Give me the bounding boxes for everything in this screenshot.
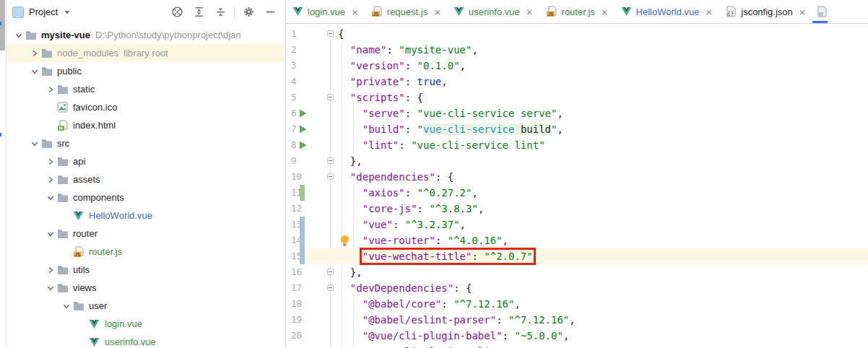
code-text[interactable]: }, [286,153,868,169]
run-script-button[interactable] [298,108,308,118]
chevron-collapsed-icon[interactable] [28,48,40,59]
fold-marker-start[interactable] [327,284,334,291]
tree-row-helloworld-vue[interactable]: HelloWorld.vue [6,206,285,225]
tree-row-api[interactable]: api [6,152,285,170]
tab-jsconfig-json[interactable]: {}jsconfig.json× [719,0,812,23]
tab-close-icon[interactable]: × [602,6,608,17]
chevron-expanded-icon[interactable] [60,300,72,312]
tab-close-icon[interactable]: × [352,6,358,17]
code-line-3[interactable]: 3 "version": "0.1.0", [286,58,868,74]
code-text[interactable]: "devDependencies": { [286,280,868,296]
tab-login-vue[interactable]: login.vue× [286,0,365,23]
tab-close-icon[interactable]: × [706,6,712,17]
tree-row-favicon-ico[interactable]: favicon.ico [6,98,285,116]
run-script-button[interactable] [298,124,308,134]
tree-row-components[interactable]: components [6,188,285,206]
code-line-11[interactable]: 11 "axios": "^0.27.2", [286,185,868,201]
vcs-change-bar[interactable] [300,217,305,232]
code-line-13[interactable]: 13 "vue": "^3.2.37", [286,217,868,232]
chevron-expanded-icon[interactable] [28,66,40,77]
code-line-2[interactable]: 2 "name": "mysite-vue", [286,42,868,58]
code-line-18[interactable]: 18 "@babel/core": "^7.12.16", [286,296,868,312]
tab-partial[interactable] [812,0,828,23]
code-text[interactable]: "@vue/cli-plugin-babel": "~5.0.0", [286,328,868,344]
code-line-19[interactable]: 19 "@babel/eslint-parser": "^7.12.16", [286,312,868,328]
edge-scrollbar-thumb[interactable] [0,0,5,51]
expand-all-icon[interactable] [188,3,209,22]
tree-row-public[interactable]: public [6,62,285,80]
fold-marker-start[interactable] [327,94,334,100]
code-text[interactable]: "build": "vue-cli-service build", [286,121,868,137]
code-text[interactable]: "version": "0.1.0", [286,58,868,74]
code-text[interactable]: { [286,26,868,42]
project-tree[interactable]: mysite-vueD:\Python\study\pythonproject\… [6,24,285,348]
fold-marker-end[interactable] [327,157,334,164]
tree-row-static[interactable]: static [6,80,285,98]
tree-row-router[interactable]: router [6,225,285,243]
code-text[interactable]: "vue-wechat-title": "^2.0.7" [286,248,868,264]
chevron-collapsed-icon[interactable] [44,84,56,95]
code-line-5[interactable]: 5 "scripts": { [286,90,868,105]
code-text[interactable]: "axios": "^0.27.2", [286,185,868,201]
code-text[interactable]: "lint": "vue-cli-service lint" [286,137,868,153]
tree-row-node-modules[interactable]: node_moduleslibrary root [6,44,285,62]
tree-row-login-vue[interactable]: login.vue [6,315,285,333]
settings-gear-icon[interactable] [238,3,259,22]
code-text[interactable]: "@babel/eslint-parser": "^7.12.16", [286,312,868,328]
chevron-collapsed-icon[interactable] [44,264,56,276]
code-text[interactable]: "dependencies": { [286,169,868,185]
vcs-change-bar[interactable] [300,185,305,201]
code-line-21[interactable]: 21 "@vue/cli-plugin-eslint": "~5.0.0", [286,344,868,348]
tab-router-js[interactable]: JSrouter.js× [539,0,615,23]
tab-userinfo-vue[interactable]: userinfo.vue× [447,0,539,23]
project-dropdown[interactable]: Project [29,6,58,17]
tab-close-icon[interactable]: × [799,6,806,17]
chevron-expanded-icon[interactable] [44,192,56,204]
collapse-all-icon[interactable] [209,3,231,22]
code-line-7[interactable]: 7 "build": "vue-cli-service build", [286,121,868,137]
tree-row-utils[interactable]: utils [6,261,285,279]
fold-marker-start[interactable] [327,30,334,37]
code-line-8[interactable]: 8 "lint": "vue-cli-service lint" [286,137,868,153]
code-text[interactable]: "serve": "vue-cli-service serve", [286,105,868,121]
code-line-14[interactable]: 14 "vue-router": "^4.0.16", [286,232,868,248]
tab-close-icon[interactable]: × [526,6,533,17]
tab-request-js[interactable]: JSrequest.js× [365,0,447,23]
code-line-10[interactable]: 10 "dependencies": { [286,169,868,185]
code-text[interactable]: "vue": "^3.2.37", [286,217,868,232]
tree-row-userinfo-vue[interactable]: userinfo.vue [6,333,285,348]
code-text[interactable]: "scripts": { [286,90,868,105]
fold-marker-end[interactable] [327,269,334,275]
code-text[interactable]: "private": true, [286,74,868,90]
code-line-9[interactable]: 9 }, [286,153,868,169]
tree-row-mysite-vue[interactable]: mysite-vueD:\Python\study\pythonproject\… [6,26,285,44]
code-line-4[interactable]: 4 "private": true, [286,74,868,90]
chevron-expanded-icon[interactable] [28,138,40,149]
tree-row-user[interactable]: user [6,297,285,315]
code-text[interactable]: }, [286,264,868,280]
chevron-expanded-icon[interactable] [44,228,56,240]
tree-row-views[interactable]: views [6,279,285,297]
code-line-15[interactable]: 15 "vue-wechat-title": "^2.0.7" [286,248,868,264]
tree-row-router-js[interactable]: JSrouter.js [6,243,285,261]
run-script-button[interactable] [298,140,308,150]
code-line-17[interactable]: 17 "devDependencies": { [286,280,868,296]
code-line-12[interactable]: 12 "core-js": "^3.8.3", [286,201,868,217]
code-text[interactable]: "@vue/cli-plugin-eslint": "~5.0.0", [286,344,868,348]
code-text[interactable]: "name": "mysite-vue", [286,42,868,58]
code-text[interactable]: "@babel/core": "^7.12.16", [286,296,868,312]
code-text[interactable]: "vue-router": "^4.0.16", [286,232,868,248]
code-line-1[interactable]: 1{ [286,26,868,42]
vcs-change-bar[interactable] [300,248,305,264]
intention-bulb-icon[interactable] [339,235,350,247]
chevron-expanded-icon[interactable] [12,30,25,41]
chevron-down-icon[interactable] [62,7,72,17]
tab-close-icon[interactable]: × [434,6,440,17]
code-line-20[interactable]: 20 "@vue/cli-plugin-babel": "~5.0.0", [286,328,868,344]
tree-row-assets[interactable]: assets [6,170,285,188]
code-line-6[interactable]: 6 "serve": "vue-cli-service serve", [286,105,868,121]
tree-row-index-html[interactable]: Hindex.html [6,116,285,134]
chevron-collapsed-icon[interactable] [44,156,56,168]
code-editor[interactable]: 1{2 "name": "mysite-vue",3 "version": "0… [286,23,868,348]
tab-helloworld-vue[interactable]: HelloWorld.vue× [615,0,719,23]
